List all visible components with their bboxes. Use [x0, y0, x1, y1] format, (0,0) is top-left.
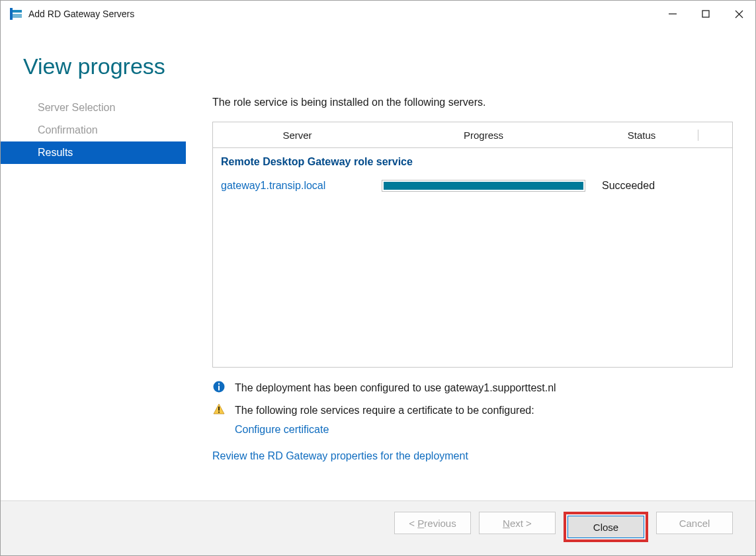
wizard-steps-sidebar: Server Selection Confirmation Results — [1, 97, 186, 500]
warning-text: The following role services require a ce… — [235, 405, 534, 416]
window-controls — [656, 2, 755, 26]
column-header-server[interactable]: Server — [213, 130, 382, 141]
sidebar-item-label: Results — [38, 147, 73, 158]
close-button[interactable]: Close — [567, 516, 644, 538]
minimize-button[interactable] — [656, 2, 689, 26]
close-button-highlight: Close — [564, 512, 648, 542]
sidebar-item-label: Confirmation — [38, 124, 98, 136]
content-area: View progress Server Selection Confirmat… — [1, 27, 755, 500]
warning-text-block: The following role services require a ce… — [235, 402, 733, 438]
main-panel: The role service is being installed on t… — [186, 97, 755, 500]
server-manager-icon — [10, 8, 22, 20]
progress-bar — [382, 180, 585, 192]
svg-rect-11 — [218, 407, 220, 411]
cell-progress — [382, 180, 589, 192]
svg-rect-8 — [218, 386, 220, 391]
svg-rect-4 — [702, 11, 709, 17]
progress-bar-fill — [384, 182, 583, 190]
review-properties-link[interactable]: Review the RD Gateway properties for the… — [212, 450, 733, 462]
sidebar-item-label: Server Selection — [38, 102, 115, 113]
info-icon — [212, 379, 226, 393]
cell-status: Succeeded — [589, 180, 655, 192]
previous-button: < Previous — [394, 512, 471, 534]
body-row: Server Selection Confirmation Results Th… — [1, 97, 755, 500]
grid-body: Remote Desktop Gateway role service gate… — [213, 148, 732, 367]
titlebar: Add RD Gateway Servers — [1, 1, 755, 27]
window-title: Add RD Gateway Servers — [28, 9, 134, 19]
progress-grid: Server Progress Status Remote Desktop Ga… — [212, 122, 733, 368]
maximize-button[interactable] — [689, 2, 722, 26]
sidebar-item-server-selection: Server Selection — [1, 97, 186, 119]
svg-rect-9 — [218, 383, 220, 385]
notes-area: The deployment has been configured to us… — [212, 368, 733, 462]
close-button-label: Close — [593, 522, 618, 533]
column-header-progress[interactable]: Progress — [382, 130, 585, 141]
cancel-button: Cancel — [656, 512, 733, 534]
page-title: View progress — [1, 27, 755, 97]
grid-section-title: Remote Desktop Gateway role service — [221, 156, 730, 168]
grid-header-row: Server Progress Status — [213, 122, 732, 148]
intro-text: The role service is being installed on t… — [212, 97, 733, 108]
sidebar-item-results[interactable]: Results — [1, 141, 186, 164]
cancel-button-label: Cancel — [679, 518, 710, 529]
warning-icon — [212, 402, 226, 415]
column-header-status[interactable]: Status — [585, 130, 698, 141]
svg-rect-2 — [10, 8, 13, 20]
cell-server-name[interactable]: gateway1.transip.local — [221, 180, 382, 192]
wizard-footer: < Previous Next > Close Cancel — [1, 500, 755, 555]
close-window-button[interactable] — [722, 2, 755, 26]
note-warning: The following role services require a ce… — [212, 399, 733, 441]
svg-rect-12 — [218, 411, 220, 413]
configure-certificate-link[interactable]: Configure certificate — [235, 421, 329, 438]
info-text: The deployment has been configured to us… — [235, 379, 733, 397]
table-row: gateway1.transip.local Succeeded — [221, 177, 730, 194]
wizard-window: Add RD Gateway Servers View progress Ser… — [0, 0, 756, 556]
note-info: The deployment has been configured to us… — [212, 377, 733, 399]
next-button: Next > — [479, 512, 556, 534]
sidebar-item-confirmation: Confirmation — [1, 119, 186, 141]
